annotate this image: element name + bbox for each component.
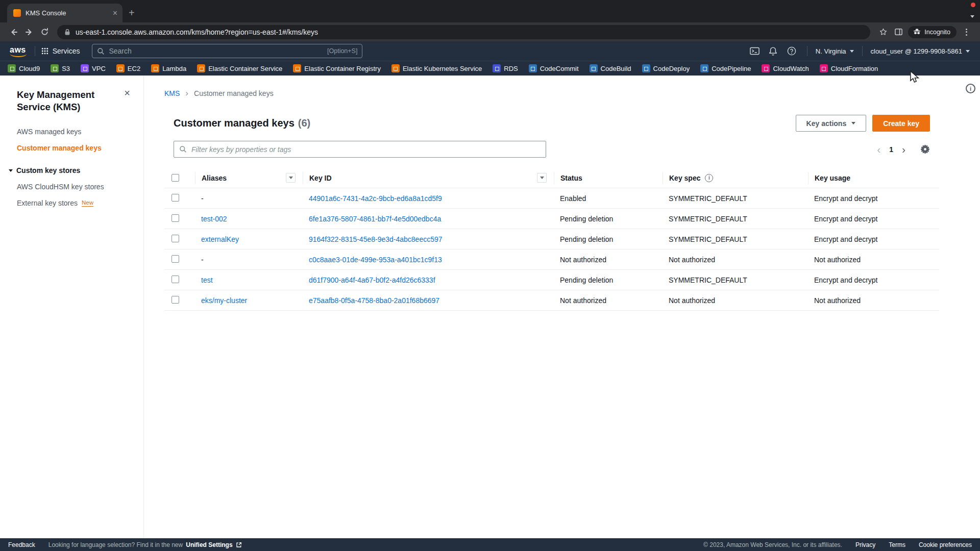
select-all-checkbox[interactable] <box>172 174 179 182</box>
bookmark-star-icon[interactable] <box>875 24 891 40</box>
key-spec-cell: SYMMETRIC_DEFAULT <box>663 215 808 223</box>
language-notice: Looking for language selection? Find it … <box>48 541 242 548</box>
sidebar-item-cloudhsm-key-stores[interactable]: AWS CloudHSM key stores <box>17 183 133 191</box>
favorites-bar-item[interactable]: VPC <box>81 64 106 72</box>
service-icon <box>700 64 708 72</box>
new-tab-button[interactable]: + <box>129 8 135 18</box>
table-row: externalKey 9164f322-8315-45e8-9e3d-4abc… <box>164 229 939 249</box>
service-icon <box>590 64 598 72</box>
sidebar-title: Key Management Service (KMS) <box>0 89 143 113</box>
table-row: test d61f7900-a64f-4a67-b0f2-a4fd26c6333… <box>164 270 939 290</box>
favorites-bar-item[interactable]: Elastic Container Registry <box>293 64 381 72</box>
favorites-bar-item[interactable]: Cloud9 <box>8 64 40 72</box>
key-id-link[interactable]: 6fe1a376-5807-4861-bb7f-4e5d00edbc4a <box>309 215 441 223</box>
row-checkbox[interactable] <box>172 194 179 202</box>
prev-page-icon[interactable]: ‹ <box>877 144 880 155</box>
breadcrumb-current: Customer managed keys <box>194 89 274 97</box>
service-icon <box>51 64 59 72</box>
key-usage-cell: Not authorized <box>808 256 939 264</box>
console-search-input[interactable] <box>109 47 323 55</box>
key-id-link[interactable]: 44901a6c-7431-4a2c-9bcb-ed6a8a1cd5f9 <box>309 194 442 203</box>
key-id-link[interactable]: e75aafb8-0f5a-4758-8ba0-2a01f68b6697 <box>309 296 439 305</box>
sidebar-nav-list: AWS managed keys Customer managed keys C… <box>0 128 143 207</box>
alias-cell[interactable]: test-002 <box>201 215 227 223</box>
row-checkbox[interactable] <box>172 276 179 283</box>
column-aliases[interactable]: Aliases <box>195 172 303 184</box>
favorites-bar-item[interactable]: CodeBuild <box>590 64 631 72</box>
back-button[interactable] <box>6 24 21 40</box>
key-id-link[interactable]: 9164f322-8315-45e8-9e3d-4abc8eecc597 <box>309 235 443 243</box>
favorites-bar-item[interactable]: CodeDeploy <box>642 64 690 72</box>
browser-tab[interactable]: KMS Console × <box>7 4 122 22</box>
unified-settings-link[interactable]: Unified Settings <box>186 541 232 548</box>
table-settings-gear-icon[interactable] <box>920 144 930 154</box>
breadcrumb-kms-link[interactable]: KMS <box>164 89 180 97</box>
terms-link[interactable]: Terms <box>889 541 905 548</box>
sort-aliases-icon[interactable] <box>286 173 296 183</box>
column-key-id[interactable]: Key ID <box>303 172 554 184</box>
forward-button[interactable] <box>21 24 37 40</box>
browser-menu-kebab-icon[interactable] <box>959 24 974 40</box>
row-checkbox[interactable] <box>172 214 179 222</box>
region-label: N. Virginia <box>816 47 846 55</box>
url-bar[interactable]: us-east-1.console.aws.amazon.com/kms/hom… <box>57 25 870 39</box>
key-spec-info-icon[interactable]: i <box>705 174 713 182</box>
favorites-bar-item[interactable]: Elastic Kubernetes Service <box>391 64 482 72</box>
help-icon[interactable] <box>782 44 801 58</box>
page-title: Customer managed keys(6) <box>174 117 310 129</box>
favorites-bar-item[interactable]: RDS <box>493 64 518 72</box>
sidebar-item-external-key-stores[interactable]: External key stores <box>17 199 78 207</box>
favorites-bar-item[interactable]: CloudFormation <box>820 64 878 72</box>
key-spec-cell: SYMMETRIC_DEFAULT <box>663 194 808 203</box>
privacy-link[interactable]: Privacy <box>855 541 875 548</box>
sidebar-item-customer-managed-keys[interactable]: Customer managed keys <box>17 144 133 152</box>
console-search-box[interactable]: [Option+S] <box>92 44 362 58</box>
service-icon <box>820 64 828 72</box>
key-id-link[interactable]: c0c8aae3-01de-499e-953a-a401bc1c9f13 <box>309 256 442 264</box>
divider <box>862 46 863 56</box>
filter-input[interactable] <box>191 145 541 154</box>
services-menu[interactable]: Services <box>41 47 80 55</box>
favorites-bar-item[interactable]: CodeCommit <box>529 64 579 72</box>
aws-logo[interactable]: aws <box>8 45 29 57</box>
sort-key-id-icon[interactable] <box>537 173 547 183</box>
sidebar-close-icon[interactable]: × <box>124 88 130 98</box>
side-panel-icon[interactable] <box>891 24 906 40</box>
notifications-bell-icon[interactable] <box>764 44 782 58</box>
table-row: - c0c8aae3-01de-499e-953a-a401bc1c9f13 N… <box>164 249 939 270</box>
favorites-bar-item[interactable]: CloudWatch <box>762 64 808 72</box>
favorites-bar-item[interactable]: CodePipeline <box>700 64 751 72</box>
browser-window: KMS Console × + us-east-1.console.aws.am… <box>0 0 980 551</box>
next-page-icon[interactable]: › <box>902 144 905 155</box>
cloudshell-icon[interactable] <box>746 44 764 58</box>
url-text: us-east-1.console.aws.amazon.com/kms/hom… <box>76 28 318 36</box>
favorites-bar-item[interactable]: S3 <box>51 64 70 72</box>
status-cell: Not authorized <box>554 256 663 264</box>
region-selector[interactable]: N. Virginia <box>814 47 856 55</box>
incognito-badge: Incognito <box>908 26 957 38</box>
alias-cell[interactable]: test <box>201 276 213 284</box>
favorites-bar-item[interactable]: Elastic Container Service <box>197 64 282 72</box>
row-checkbox[interactable] <box>172 235 179 242</box>
tab-close-icon[interactable]: × <box>113 9 117 17</box>
filter-input-box[interactable] <box>174 141 546 158</box>
favorites-bar-item[interactable]: Lambda <box>151 64 186 72</box>
create-key-button[interactable]: Create key <box>872 115 930 132</box>
pagination: ‹ 1 › <box>877 144 930 155</box>
sidebar-item-aws-managed-keys[interactable]: AWS managed keys <box>17 128 133 136</box>
current-page[interactable]: 1 <box>889 145 893 154</box>
info-panel-icon[interactable]: i <box>966 84 975 93</box>
feedback-link[interactable]: Feedback <box>8 541 35 548</box>
window-chevron-down-icon[interactable] <box>970 11 974 20</box>
row-checkbox[interactable] <box>172 296 179 304</box>
reload-button[interactable] <box>37 24 52 40</box>
alias-cell[interactable]: eks/my-cluster <box>201 296 247 305</box>
key-id-link[interactable]: d61f7900-a64f-4a67-b0f2-a4fd26c6333f <box>309 276 435 284</box>
alias-cell[interactable]: externalKey <box>201 235 239 243</box>
key-actions-button[interactable]: Key actions <box>796 115 867 132</box>
sidebar-section-custom-key-stores[interactable]: Custom key stores <box>9 166 133 174</box>
account-menu[interactable]: cloud_user @ 1299-9908-5861 <box>869 47 972 55</box>
cookie-preferences-link[interactable]: Cookie preferences <box>919 541 972 548</box>
favorites-bar-item[interactable]: EC2 <box>116 64 140 72</box>
row-checkbox[interactable] <box>172 255 179 263</box>
